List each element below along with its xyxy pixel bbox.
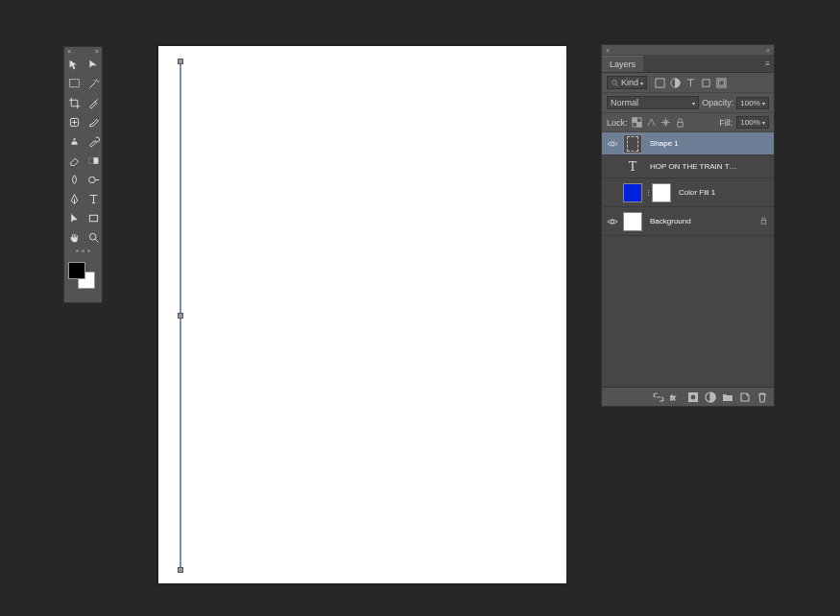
tool-divider xyxy=(64,247,102,258)
close-icon[interactable]: × xyxy=(606,47,610,54)
layer-thumbnail[interactable]: T xyxy=(623,157,642,177)
hand-tool[interactable] xyxy=(64,227,84,247)
eraser-tool[interactable] xyxy=(64,151,84,170)
lock-all-icon[interactable] xyxy=(675,117,685,128)
filter-shape-icon[interactable] xyxy=(700,77,711,88)
lock-icon xyxy=(759,216,768,226)
blur-tool[interactable] xyxy=(64,170,84,189)
visibility-toggle[interactable] xyxy=(607,216,618,227)
color-swatches[interactable] xyxy=(68,262,98,295)
svg-text:fx: fx xyxy=(670,393,676,400)
eyedropper-tool[interactable] xyxy=(84,93,103,112)
mask-thumbnail[interactable] xyxy=(652,183,671,202)
move-tool[interactable] xyxy=(64,55,84,74)
svg-rect-19 xyxy=(761,221,766,225)
svg-rect-12 xyxy=(718,80,724,85)
tool-grid xyxy=(64,55,102,247)
blend-row: Normal ▾ Opacity: 100% ▾ xyxy=(602,93,774,113)
path-selection-tool[interactable] xyxy=(64,208,84,227)
opacity-input[interactable]: 100% ▾ xyxy=(736,97,769,109)
opacity-label: Opacity: xyxy=(702,98,733,107)
svg-rect-15 xyxy=(636,123,641,128)
group-icon[interactable] xyxy=(722,391,733,403)
layer-thumbnail[interactable] xyxy=(623,212,642,231)
shape-path[interactable] xyxy=(180,61,181,570)
blend-mode-dropdown[interactable]: Normal ▾ xyxy=(607,96,699,109)
lock-pixels-icon[interactable] xyxy=(646,117,657,128)
layer-name: HOP ON THE TRAIN TO NOWHERE BABY xyxy=(650,162,742,171)
zoom-tool[interactable] xyxy=(84,227,103,247)
visibility-toggle[interactable] xyxy=(607,138,618,150)
gradient-tool[interactable] xyxy=(84,151,103,170)
foreground-color-swatch[interactable] xyxy=(68,262,85,279)
layer-row-text[interactable]: T HOP ON THE TRAIN TO NOWHERE BABY xyxy=(602,155,774,178)
filter-pixel-icon[interactable] xyxy=(654,77,665,88)
brush-tool[interactable] xyxy=(84,112,103,131)
magic-wand-tool[interactable] xyxy=(84,74,103,93)
lock-transparency-icon[interactable] xyxy=(632,117,642,128)
layer-name: Color Fill 1 xyxy=(679,188,715,197)
direct-selection-tool[interactable] xyxy=(84,55,103,74)
layer-row-shape[interactable]: Shape 1 xyxy=(602,132,774,155)
transform-handle-top[interactable] xyxy=(178,59,183,64)
delete-layer-icon[interactable] xyxy=(756,391,768,403)
collapse-icon[interactable]: » xyxy=(95,48,99,55)
svg-point-22 xyxy=(690,394,696,400)
layer-row-colorfill[interactable]: ⋮ Color Fill 1 xyxy=(602,178,774,207)
layer-name: Shape 1 xyxy=(650,139,679,148)
panel-tabs: Layers ≡ xyxy=(602,55,774,73)
lock-row: Lock: Fill: 100% ▾ xyxy=(602,113,774,132)
healing-brush-tool[interactable] xyxy=(64,112,84,131)
svg-point-18 xyxy=(611,220,613,223)
clone-stamp-tool[interactable] xyxy=(64,131,84,151)
kind-filter-label: Kind xyxy=(621,78,638,87)
svg-rect-14 xyxy=(632,118,636,123)
fill-input[interactable]: 100% ▾ xyxy=(736,116,769,129)
history-brush-tool[interactable] xyxy=(84,131,103,151)
kind-filter-dropdown[interactable]: Kind ▾ xyxy=(607,76,647,89)
svg-point-4 xyxy=(88,177,95,183)
rectangle-tool[interactable] xyxy=(84,208,103,227)
svg-point-7 xyxy=(612,80,617,84)
crop-tool[interactable] xyxy=(64,93,84,112)
visibility-toggle[interactable] xyxy=(607,187,618,199)
link-layers-icon[interactable] xyxy=(653,391,664,403)
type-tool[interactable] xyxy=(84,189,103,208)
transform-handle-bottom[interactable] xyxy=(178,567,183,573)
marquee-tool[interactable] xyxy=(64,74,84,93)
layer-list: Shape 1 T HOP ON THE TRAIN TO NOWHERE BA… xyxy=(602,132,774,387)
lock-position-icon[interactable] xyxy=(660,117,671,128)
document-canvas[interactable] xyxy=(158,46,566,583)
filter-smart-icon[interactable] xyxy=(715,77,727,88)
layers-footer: fx xyxy=(602,387,774,406)
dodge-tool[interactable] xyxy=(84,170,103,189)
new-layer-icon[interactable] xyxy=(739,391,751,403)
layer-thumbnail[interactable] xyxy=(623,134,642,154)
svg-rect-3 xyxy=(88,157,93,164)
close-icon[interactable]: × xyxy=(67,48,71,55)
visibility-toggle[interactable] xyxy=(607,161,618,173)
layer-row-background[interactable]: Background xyxy=(602,207,774,236)
pen-tool[interactable] xyxy=(64,189,84,208)
svg-rect-5 xyxy=(89,215,97,222)
layers-panel: × « Layers ≡ Kind ▾ Normal ▾ Opacity: 10… xyxy=(601,44,775,407)
toolbar-header: × » xyxy=(64,47,102,55)
filter-row: Kind ▾ xyxy=(602,73,774,93)
add-mask-icon[interactable] xyxy=(687,391,699,403)
transform-handle-middle[interactable] xyxy=(178,313,183,319)
layers-tab[interactable]: Layers xyxy=(602,56,643,72)
adjustment-layer-icon[interactable] xyxy=(705,391,716,403)
layer-name: Background xyxy=(650,217,691,225)
mask-link-icon[interactable]: ⋮ xyxy=(644,189,652,197)
blend-mode-value: Normal xyxy=(611,98,638,107)
panel-menu-icon[interactable]: ≡ xyxy=(761,59,774,68)
panel-header-bar: × « xyxy=(602,45,774,55)
filter-text-icon[interactable] xyxy=(684,77,696,88)
fill-thumbnail[interactable] xyxy=(623,183,642,202)
filter-type-icons xyxy=(654,77,727,88)
collapse-icon[interactable]: « xyxy=(766,47,770,54)
filter-adjustment-icon[interactable] xyxy=(669,77,681,88)
svg-point-6 xyxy=(89,233,96,240)
svg-rect-8 xyxy=(655,78,663,86)
fx-icon[interactable]: fx xyxy=(670,391,682,403)
